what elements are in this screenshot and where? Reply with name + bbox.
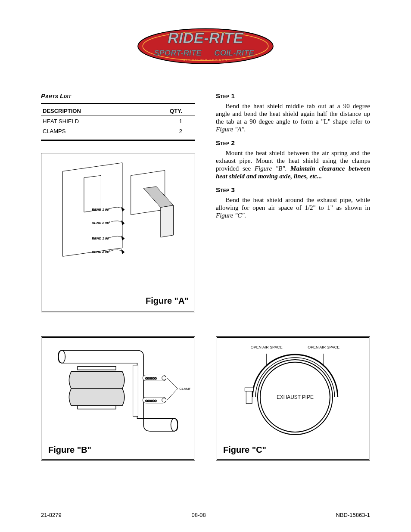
parts-list-title: Parts List [41, 92, 195, 100]
figure-b-caption: Figure "B" [48, 445, 91, 455]
step-3-title: Step 3 [216, 186, 370, 193]
logo-tagline: AIR HELPER SPRINGS [184, 59, 227, 62]
th-qty: QTY. [134, 104, 195, 115]
svg-rect-9 [78, 406, 116, 409]
figure-b-svg: 000000 000000 CLAMPS [46, 341, 190, 445]
footer-center: 08-08 [191, 512, 206, 518]
svg-point-14 [162, 398, 166, 402]
exhaust-label: EXHAUST PIPE [277, 394, 314, 400]
svg-point-7 [171, 418, 178, 431]
figure-c-caption: Figure "C" [223, 445, 266, 455]
logo-svg: RIDE-RITE SPORT-RITE COIL-RITE AIR HELPE… [128, 22, 283, 73]
step-2-body: Mount the heat shield between the air sp… [216, 149, 370, 180]
footer-right: NBD-15863-1 [336, 512, 371, 518]
bend-label: BEND 1 90° [92, 236, 111, 240]
svg-line-17 [167, 378, 178, 389]
figure-c: OPEN AIR SPACE OPEN AIR SPACE EXHAUST PI… [216, 336, 370, 460]
svg-rect-21 [246, 391, 252, 404]
cell: 2 [134, 125, 195, 135]
page-footer: 21-8279 08-08 NBD-15863-1 [41, 512, 370, 518]
svg-line-18 [167, 389, 178, 400]
logo-line1: RIDE-RITE [168, 29, 244, 46]
svg-text:OPEN AIR SPACE: OPEN AIR SPACE [251, 345, 283, 349]
airspace-label: OPEN AIR SPACE [308, 345, 339, 349]
text-italic: Figure "B". [255, 165, 290, 172]
step-1-body: Bend the heat shield middle tab out at a… [216, 102, 370, 133]
text: Bend the heat shield middle tab out at a… [216, 103, 370, 125]
figure-b: 000000 000000 CLAMPS Figure "B" [41, 336, 195, 460]
svg-point-6 [59, 350, 65, 363]
svg-text:000000: 000000 [145, 376, 157, 380]
logo-line2-left: SPORT-RITE [154, 48, 202, 57]
cell: CLAMPS [41, 125, 134, 135]
svg-rect-8 [78, 367, 116, 370]
header-logo: RIDE-RITE SPORT-RITE COIL-RITE AIR HELPE… [41, 22, 370, 75]
text: Bend the heat shield around the exhaust … [216, 196, 370, 211]
svg-text:000000: 000000 [145, 399, 157, 403]
step-3-body: Bend the heat shield around the exhaust … [216, 196, 370, 219]
bend-label: BEND 1 90° [92, 208, 111, 212]
parts-table: DESCRIPTION QTY. HEAT SHIELD 1 CLAMPS 2 [41, 104, 195, 135]
bend-label: BEND 2 90° [92, 250, 111, 254]
clamps-label: CLAMPS [179, 387, 190, 391]
svg-rect-22 [245, 388, 253, 391]
cell: HEAT SHIELD [41, 115, 134, 125]
rule [41, 140, 195, 141]
step-2-title: Step 2 [216, 139, 370, 146]
svg-rect-10 [133, 365, 138, 417]
text-italic: Figure "C". [216, 212, 246, 219]
footer-left: 21-8279 [41, 512, 62, 518]
figure-a-svg: BEND 1 90° BEND 2 90° BEND 1 90° BEND 2 … [46, 158, 190, 300]
step-1-title: Step 1 [216, 92, 370, 100]
figure-a-caption: Figure "A" [146, 296, 189, 306]
cell: 1 [134, 115, 195, 125]
figure-c-svg: OPEN AIR SPACE OPEN AIR SPACE EXHAUST PI… [221, 341, 365, 445]
svg-point-12 [162, 376, 166, 380]
bend-label: BEND 2 90° [92, 221, 111, 225]
airspace-label: OPEN AIR SPACE [251, 345, 283, 349]
table-row: HEAT SHIELD 1 [41, 115, 195, 125]
th-description: DESCRIPTION [41, 104, 134, 115]
svg-text:OPEN AIR SPACE: OPEN AIR SPACE [308, 345, 339, 349]
table-row: CLAMPS 2 [41, 125, 195, 135]
logo-line2-right: COIL-RITE [214, 48, 254, 57]
figure-a: BEND 1 90° BEND 2 90° BEND 1 90° BEND 2 … [41, 153, 195, 312]
text-italic: Figure "A". [216, 126, 246, 133]
svg-marker-5 [121, 249, 125, 254]
